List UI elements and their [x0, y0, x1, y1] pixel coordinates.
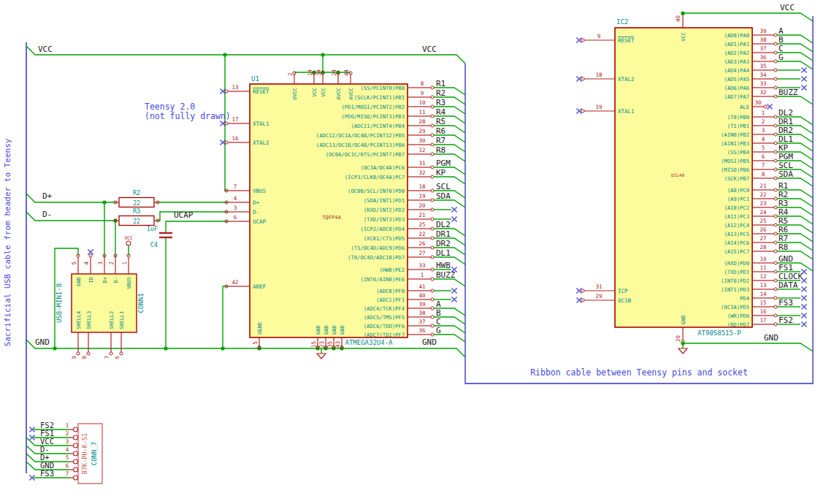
pin-name: GND: [316, 325, 321, 335]
pin-name: UVCC: [292, 88, 298, 100]
pin-name: (INT6/AIN0)PE6: [360, 276, 405, 283]
pin-number: 5: [66, 454, 69, 461]
pin-name: (OC0B/SCL/INT0)PD0: [348, 188, 405, 194]
pin-name: (ADC11/PCINT4)PB4: [351, 123, 405, 129]
r3-value: 22: [133, 218, 140, 225]
pin-number: 8: [762, 171, 765, 177]
conn7-value: B7K-PH-K-S1: [81, 433, 88, 474]
schematic-svg: 13RESET17XTAL116XTAL27VBUS4D+3D-6UCAP42A…: [0, 0, 826, 504]
pin-number: 5: [762, 145, 765, 151]
pin-number: 18: [595, 72, 603, 78]
pin-number: 2: [762, 118, 765, 125]
pin-number: 14: [760, 291, 767, 297]
pin-number: 14: [307, 69, 313, 76]
pin-number: 25: [760, 218, 766, 224]
pin-number: 20: [418, 202, 426, 209]
pin-number: 42: [232, 279, 238, 286]
pin-number: 33: [760, 80, 766, 87]
pin-number: 24: [331, 69, 337, 76]
pin-number: 27: [418, 250, 425, 256]
pin-name: (SS)PB4: [727, 149, 749, 156]
pin-number: 36: [760, 54, 767, 61]
pin-number: 11: [760, 264, 766, 271]
u1-value: ATMEGA32U4-A: [345, 339, 393, 346]
ic2-value: AT90S8515-P: [697, 329, 741, 337]
con1-value: USB-MINI-B: [56, 283, 63, 323]
conn7-ref: CONN_7: [91, 442, 98, 466]
pin-name: (T0)PB0: [727, 114, 749, 121]
pin-name: (AD5)PA5: [724, 76, 749, 83]
pin-name: (RXD)PD0: [724, 260, 749, 267]
junction-dot: [221, 346, 224, 350]
net-label: R8: [436, 145, 445, 155]
pin-number: 7: [762, 162, 765, 169]
pin-name: AREF: [253, 283, 267, 290]
junction-dot: [681, 11, 684, 15]
pin-name: GND: [324, 325, 329, 335]
pin-name: (A10)PC2: [724, 205, 749, 211]
pin-number: 29: [418, 128, 425, 134]
pin-number: 33: [418, 262, 425, 269]
pin-name: (INT0)PD2: [721, 278, 749, 284]
pin-number: 37: [760, 45, 766, 52]
pin-name: (ADC7/TDI)PF7: [364, 332, 405, 338]
pin-name: (AD2)PA2: [724, 50, 749, 56]
pin-name: (OC1A)PD5: [721, 304, 749, 310]
pin-number: 4: [66, 446, 69, 453]
pin-name: (OC3A/OC4A)PC6: [360, 164, 405, 171]
pin-number: 15: [310, 341, 317, 348]
net-label-vcc-ic2: VCC: [780, 3, 795, 12]
pin-name: AVCC: [336, 88, 342, 100]
note-ribbon-cable: Ribbon cable between Teensy pins and soc…: [530, 367, 748, 378]
net-label: SDA: [779, 169, 793, 179]
pin-name: (A8)PC0: [727, 187, 749, 194]
pin-name: D+: [102, 277, 108, 283]
pin-name: (MISO)PB6: [721, 167, 749, 173]
net-label: FS3: [40, 469, 54, 478]
pin-number: 18: [418, 183, 426, 190]
pin-name: (PDO/MISO/PCINT3)PB3: [341, 113, 405, 120]
pin-name: (TXD/INT3)PD3: [364, 216, 405, 223]
pin-number: 6: [762, 153, 765, 160]
note-teensy-line2: (not fully drawn): [145, 111, 231, 121]
net-label-dminus: D-: [42, 210, 52, 219]
pin-name: (TXD)PD1: [724, 269, 749, 275]
pin-number: 13: [760, 282, 766, 289]
pin-name: (T1/OC4D/ADC9)PD6: [351, 245, 405, 251]
u1-ref: U1: [251, 75, 259, 83]
pin-number: 39: [418, 301, 425, 308]
c4-ref: C4: [150, 241, 158, 248]
pin-name: (AD4)PA4: [724, 67, 749, 74]
pin-number: 16: [760, 308, 767, 315]
pin-number: 25: [418, 221, 425, 228]
pin-number: 29: [595, 293, 602, 299]
net-label: R1: [436, 79, 445, 88]
pin-name: SHELL4: [76, 311, 82, 329]
pin-number: 19: [595, 104, 602, 110]
pin-number: 21: [760, 183, 766, 189]
pin-number: 32: [418, 169, 425, 176]
pin-name: (A15)PC7: [724, 248, 749, 255]
pin-name: (SCLK/PCINT1)PB1: [354, 94, 405, 101]
pin-name: XTAL1: [618, 108, 635, 115]
r2-ref: R2: [133, 189, 140, 196]
net-label: R5: [436, 117, 445, 126]
pin-name: (ADC13/OC1B/OC4B/PCINT13)PB6: [316, 142, 405, 148]
pin-number: 26: [418, 240, 426, 247]
pin-number: 30: [754, 99, 762, 106]
pin-name: (WR)PD6: [727, 313, 749, 319]
pin-name: D+: [253, 199, 260, 206]
pin-name: UGND: [257, 322, 263, 335]
note-left-cable: Sacrificial USB cable from header to Tee…: [3, 138, 12, 346]
pin-number: 4: [83, 261, 90, 265]
pin-number: 3: [762, 127, 765, 134]
pin-name: (ADC0)PF0: [376, 288, 405, 294]
pin-number: 10: [418, 99, 426, 106]
pin-number: 3: [234, 205, 237, 211]
pin-number: 31: [418, 160, 425, 167]
con1-ref: CONN1: [137, 293, 145, 313]
pin-name: (A14)PC6: [724, 240, 749, 246]
pin-name: GND: [681, 315, 687, 324]
pin-name: (MOSI)PB5: [721, 158, 749, 164]
pin-name: (ICP3/CLK0/OC4A)PC7: [345, 174, 405, 180]
